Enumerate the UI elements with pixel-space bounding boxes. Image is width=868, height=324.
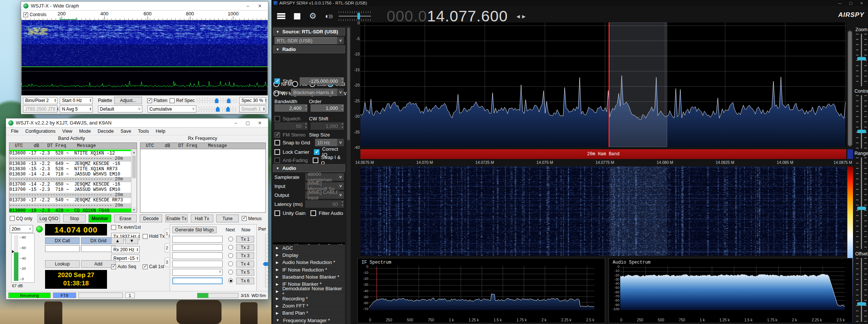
tune-button[interactable]: Tune [216, 214, 239, 222]
menu-item[interactable]: File [8, 129, 22, 134]
stop-button[interactable]: Stop [63, 214, 86, 222]
radio-section-header[interactable]: ▼Radio [273, 45, 345, 53]
scroll-thumb[interactable] [848, 31, 852, 146]
tx4-message-input[interactable] [172, 261, 223, 267]
tx2-message-input[interactable] [172, 244, 223, 251]
menu-item[interactable]: Decode [94, 129, 117, 134]
generate-std-msgs-button[interactable]: Generate Std Msgs [172, 226, 217, 233]
dx-call-input[interactable] [45, 245, 80, 252]
maximize-icon[interactable]: ▢ [846, 1, 855, 5]
source-section-header[interactable]: ▼Source: RTL-SDR (USB) [273, 28, 345, 36]
halt-tx-button[interactable]: Halt Tx [191, 214, 213, 222]
decode-row[interactable]: -------------------------------------- 2… [9, 193, 131, 198]
start-hz-spinner[interactable]: Start 0 Hz▲▼ [60, 97, 93, 104]
scrollbar[interactable]: ▲ ▼ [131, 150, 137, 212]
lookup-button[interactable]: Lookup [45, 260, 80, 268]
zoom-slider[interactable] [854, 34, 868, 86]
decode-row[interactable]: -------------------------------------- 2… [9, 203, 131, 208]
tx4-button[interactable]: Tx 4 [236, 261, 254, 267]
sdrsharp-titlebar[interactable]: AIRSPY SDR# v1.0.0.1756 - RTL-SDR (USB) … [272, 0, 868, 6]
tx1-button[interactable]: Tx 1 [236, 236, 254, 243]
filter-select[interactable]: Blackman-Harris 4 [291, 88, 344, 96]
close-icon[interactable] [254, 119, 266, 127]
monitor-button[interactable]: Monitor [89, 214, 111, 222]
auto-seq-checkbox[interactable]: Auto Seq [111, 264, 136, 269]
range-slider[interactable] [854, 158, 868, 249]
section-header[interactable]: Demodulator Noise Blanker * [273, 288, 345, 295]
stop-icon[interactable] [291, 10, 303, 22]
settings-gear-icon[interactable]: ⚙ [307, 10, 318, 22]
minimize-icon[interactable] [230, 119, 242, 127]
step-size-select[interactable]: 10 Hz [315, 139, 344, 146]
volume-slider-handle[interactable] [357, 13, 360, 20]
volume-slider[interactable] [339, 10, 371, 22]
band-activity-rows[interactable]: 013600 -17 -2.3 528 ~ N7ITE XQ1KN -12---… [9, 150, 131, 212]
decode-button[interactable]: Decode [140, 214, 162, 222]
section-header[interactable]: Band Plan * [273, 310, 345, 317]
decode-row[interactable]: 013730 -17 -2.2 549 ~ JE9QMZ KE5CDE RR73 [9, 198, 131, 203]
freq-up-button[interactable]: ▲ [111, 237, 124, 244]
wideband-waterfall[interactable] [21, 20, 268, 66]
offset-slider[interactable] [854, 258, 868, 322]
slider-handle[interactable] [226, 106, 230, 112]
tx6-button[interactable]: Tx 6 [236, 278, 254, 284]
menu-item[interactable]: Configurations [22, 129, 59, 134]
section-header[interactable]: Display [273, 252, 345, 259]
tx6-message-input[interactable] [172, 278, 223, 284]
tx2-button[interactable]: Tx 2 [236, 244, 254, 251]
decode-row[interactable]: 013630 -13 -2.2 649 ~ JE9QMZ KE5CDE -16 [9, 162, 131, 167]
tx1-message-input[interactable] [172, 236, 223, 243]
tuning-frequency-line[interactable] [609, 22, 609, 147]
menu-item[interactable]: Save [117, 129, 135, 134]
audio-spectrum-plot[interactable] [620, 266, 845, 310]
gain-slider-row1[interactable] [197, 97, 237, 104]
slider-handle[interactable] [857, 57, 866, 60]
cq-only-checkbox[interactable]: CQ only [10, 216, 35, 221]
tx5-radio[interactable] [228, 270, 233, 274]
decode-row[interactable]: 013700 -14 -2.2 650 ~ JE9QMZ KE5CDE -16 [9, 182, 131, 188]
erase-button[interactable]: Erase [114, 214, 137, 222]
message-tab[interactable]: 1 [164, 229, 169, 238]
tx4-radio[interactable] [228, 261, 233, 266]
scroll-down-icon[interactable]: ▼ [131, 207, 137, 212]
section-header[interactable]: AGC [273, 244, 345, 252]
bins-pixel-spinner[interactable]: Bins/Pixel 2▲▼ [23, 97, 57, 104]
audio-output-select[interactable]: [MME] CABLE Input [305, 191, 344, 199]
log-qso-button[interactable]: Log QSO [38, 214, 60, 222]
decode-row[interactable]: 013700 -15 -2.3 718 ~ JA5SUD W5HVS EM10 [9, 188, 131, 193]
lock-carrier-checkbox[interactable] [274, 149, 280, 155]
decode-row[interactable]: -------------------------------------- 2… [9, 156, 131, 162]
add-button[interactable]: Add [81, 260, 116, 268]
message-tab[interactable]: 2 [164, 243, 169, 253]
decode-row[interactable]: 013600 -17 -2.3 528 ~ N7ITE XQ1KN -12 [9, 151, 131, 156]
snap-to-grid-checkbox[interactable] [274, 140, 280, 146]
ref-spec-checkbox[interactable]: Ref Spec [170, 98, 194, 103]
contrast-slider[interactable] [854, 95, 868, 148]
unity-gain-checkbox[interactable] [274, 210, 280, 216]
volume-speaker-icon[interactable]: ◖))) [323, 10, 334, 22]
flatten-checkbox[interactable]: Flatten [147, 98, 167, 103]
tx3-radio[interactable] [228, 253, 233, 258]
slider-handle[interactable] [857, 207, 866, 210]
squelch-checkbox[interactable] [274, 116, 280, 122]
menu-item[interactable]: Tools [135, 129, 152, 134]
order-spinner[interactable]: 1,000 [310, 104, 344, 112]
decode-row[interactable]: 013630 -14 -2.4 718 ~ JA5SUD W5HVS EM10 [9, 172, 131, 177]
section-header[interactable]: IF Noise Reduction * [273, 266, 345, 273]
n-avg-spinner[interactable]: N Avg 5▲▼ [60, 105, 93, 112]
enable-tx-button[interactable]: Enable Tx [165, 214, 188, 222]
correct-iq-checkbox[interactable] [314, 149, 319, 155]
swap-iq-checkbox[interactable] [313, 158, 318, 163]
pwr-slider[interactable] [263, 234, 268, 288]
close-icon[interactable] [254, 2, 266, 10]
main-spectrum-plot[interactable] [360, 22, 846, 147]
spectrum-scrollbar[interactable] [847, 30, 853, 147]
spec-percent-spinner[interactable]: Spec 30 %▲▼ [239, 97, 266, 104]
wideband-spectrum-trace[interactable] [21, 66, 268, 95]
scroll-up-icon[interactable]: ▲ [131, 150, 137, 155]
tx5-button[interactable]: Tx 5 [236, 269, 254, 276]
frequency-step-arrows[interactable]: ◄ ► [515, 13, 526, 20]
wide-graph-titlebar[interactable]: WSJT-X - Wide Graph [21, 2, 268, 10]
slider-handle[interactable] [215, 98, 219, 103]
slider-handle[interactable] [857, 130, 866, 133]
